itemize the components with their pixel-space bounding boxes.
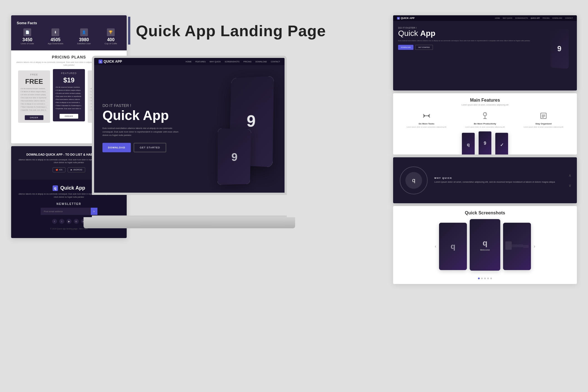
screenshot-dot-3[interactable] [484,278,486,279]
right-hero-buttons: DOWNLOAD GET STARTED [398,45,533,50]
fact-item-coffee: 🏆 400 Cup of Coffe [105,28,117,45]
right-hero-title: Quick App [398,29,533,38]
fact-label-users: Satisfied User [77,42,91,45]
mini-phone-2: 9 [478,131,492,155]
why-circle: q [400,166,428,194]
hero-tagline: DO IT FASTER ! [102,103,180,108]
right-app-navbar: q QUICK APP HOME WHY QUICK SCREENSHOTS Q… [393,15,577,21]
newsletter-email-input[interactable] [41,208,91,215]
app-nav-links: HOME FEATURES WHY QUICK SCREENSHOTS PRIC… [186,61,280,63]
youtube-icon[interactable]: ▶ [67,219,72,224]
feature-item: • Nisi ut aliquip ex ea commodo s. [20,102,48,106]
feature-name-organized: Stay Organized [516,122,571,125]
fact-number-users: 3980 [77,37,91,42]
fact-item-code: 📄 3450 Lines of code [21,28,34,45]
why-circle-inner: q [405,172,422,189]
feature-desc-organized: Lorem ipsum dolor sit amet consectetur a… [516,126,571,128]
googleplus-icon[interactable]: G [74,219,79,224]
nav-item-contact[interactable]: CONTACT [271,61,280,63]
fact-number-coffee: 400 [105,37,117,42]
screenshot-dot-1[interactable] [478,278,480,279]
laptop-base [84,217,295,228]
features-grid: Do More Tasks Lorem ipsum dolor sit amet… [393,108,577,131]
svg-line-8 [485,114,486,114]
order-button-free[interactable]: ORDER [25,115,43,120]
ios-store-button[interactable]: 🍎 iOS [53,167,66,172]
screenshots-dots [393,275,577,282]
hero-download-button[interactable]: DOWNLOAD [102,143,131,152]
right-phone-screen: 9 [550,29,569,69]
feature-item: • Duis aute irure dolor in reprehend. [20,96,48,99]
why-arrow-up[interactable]: ∧ [569,173,571,178]
feature-tasks: Do More Tasks Lorem ipsum dolor sit amet… [399,111,454,128]
features-subtitle: Lorem ipsum dolor sit amet, consectetur … [393,104,577,106]
feature-item: • Rud exercitation ullamco laboris. [55,98,83,101]
facts-title: Some Facts [17,21,121,25]
why-description: Lorem ipsum dolor sit amet, consectetur … [434,180,569,184]
pricing-card-free-price: FREE [20,78,48,85]
hero-title: Quick App [102,109,180,122]
panel-right-app-preview: q QUICK APP HOME WHY QUICK SCREENSHOTS Q… [393,15,577,90]
screenshot-3-content [503,223,531,270]
screenshots-title: Quick Screenshots [393,210,577,215]
facebook-icon[interactable]: f [52,219,57,224]
laptop-mockup: q QUICK APP HOME FEATURES WHY QUICK SCRE… [84,56,295,228]
right-nav-home[interactable]: HOME [495,17,500,19]
nav-item-download[interactable]: DOWNLOAD [255,61,267,63]
fact-label-coffee: Cup of Coffe [105,42,117,45]
nav-item-screenshots[interactable]: SCREENSHOTS [225,61,239,63]
nav-item-features[interactable]: FEATURES [195,61,206,63]
right-nav-pricing[interactable]: PRICING [543,17,550,19]
app-navbar: q QUICK APP HOME FEATURES WHY QUICK SCRE… [94,58,285,65]
page-title: Quick App Landing Page [136,22,326,40]
right-nav-contact[interactable]: CONTACT [565,17,573,19]
right-nav-download[interactable]: DOWNLOAD [552,17,562,19]
android-store-button[interactable]: ▶ ANDROID [68,167,85,172]
fact-item-downloads: ⬇ 4505 App Downloads [48,28,63,45]
why-arrow-down[interactable]: ∨ [569,183,571,188]
title-section: Quick App Landing Page [128,17,379,45]
right-nav-why[interactable]: WHY QUICK [503,17,513,19]
feature-desc-productivity: Lorem ipsum dolor sit amet consectetur a… [457,126,513,128]
mini-phone-screen-1: q [462,133,475,155]
nav-item-pricing[interactable]: PRICING [243,61,251,63]
feature-item: • Imperdiet. Duis aute irure dolor in. [20,109,48,112]
feature-item: • Ed do eiusmod temper modulus. [20,87,48,90]
feature-item: • Ed do eiusmod temper modulus. [55,86,83,89]
screenshot-dot-5[interactable] [490,278,492,279]
hero-started-button[interactable]: GET STARTED [134,143,166,152]
screenshots-prev-button[interactable]: ‹ [435,244,436,249]
hero-content: DO IT FASTER ! Quick App Euis nostrud ex… [102,103,180,152]
organized-icon [538,111,548,121]
nav-item-home[interactable]: HOME [186,61,192,63]
nav-item-why[interactable]: WHY QUICK [210,61,221,63]
feature-item: • Ut enim ad minim veniam qutpay. [55,92,83,95]
apple-icon: 🍎 [56,169,58,171]
app-logo: q QUICK APP [99,60,122,63]
screenshot-1: q [439,223,467,270]
feature-name-tasks: Do More Tasks [399,122,454,125]
feature-item: • Tidunt Vulputate Eu Scelerisque s. [55,104,83,107]
tasks-icon [422,111,432,121]
pricing-card-free-header: FREE [20,73,48,76]
mini-phone-screen-2: 9 [479,131,491,155]
feature-item: • Duis aute irure dolor in reprehend. [55,95,83,98]
pricing-card-19: FEATURED $19 • Ed do eiusmod temper modu… [53,69,85,121]
screenshots-next-button[interactable]: › [534,244,535,249]
right-nav-screenshots[interactable]: SCREENSHOTS [515,17,528,19]
right-nav-links: HOME WHY QUICK SCREENSHOTS QUICK APP PRI… [495,17,573,19]
screenshot-dot-2[interactable] [481,278,483,279]
right-hero-description: Euis nostrud exercitation ullamco labori… [398,40,533,42]
twitter-icon[interactable]: t [59,219,64,224]
right-download-button[interactable]: DOWNLOAD [398,45,413,50]
code-icon: 📄 [23,28,31,36]
hero-description: Euis nostrud exercitation ullamco labori… [102,127,180,137]
hero-buttons: DOWNLOAD GET STARTED [102,143,180,152]
right-hero-phone: 9 [538,26,572,77]
mini-phone-3: ✓ [495,132,509,155]
screenshot-dot-4[interactable] [487,278,489,279]
feature-item: • Rud exercitation ullamco laboris. [20,99,48,102]
order-button-19[interactable]: ORDER [60,114,78,119]
right-nav-quick[interactable]: QUICK APP [531,17,540,19]
right-started-button[interactable]: GET STARTED [415,45,433,50]
